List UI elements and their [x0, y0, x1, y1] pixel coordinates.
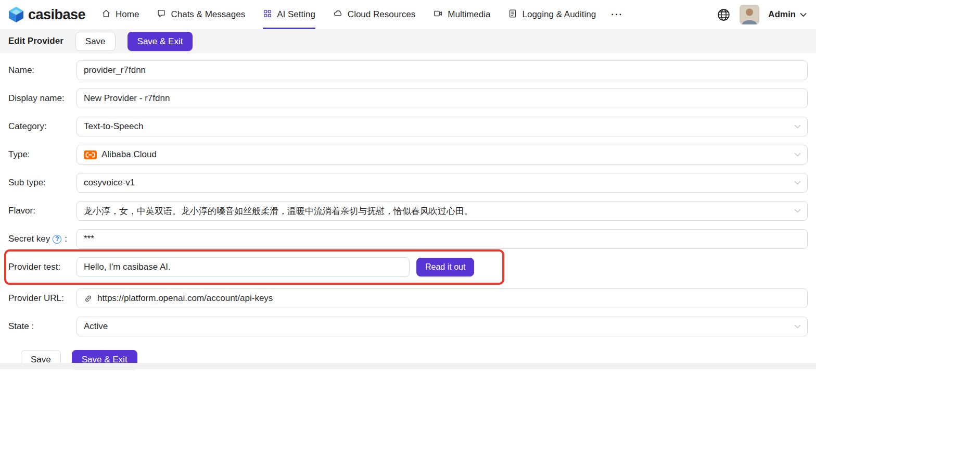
category-selected-value: Text-to-Speech — [84, 121, 143, 132]
edit-provider-toolbar: Edit Provider Save Save & Exit — [0, 29, 816, 53]
form-row-provider-url: Provider URL: https://platform.openai.co… — [8, 288, 808, 308]
brand-name: casibase — [28, 7, 85, 23]
header-right-cluster: Admin — [717, 5, 807, 24]
state-label: State : — [8, 321, 77, 332]
provider-form: Name: Display name: Category: Text-to-Sp… — [0, 53, 816, 336]
sub-type-label: Sub type: — [8, 178, 77, 188]
nav-label: Multimedia — [448, 9, 490, 20]
form-row-display-name: Display name: — [8, 89, 808, 108]
form-row-sub-type: Sub type: cosyvoice-v1 — [8, 173, 808, 193]
name-label: Name: — [8, 65, 77, 76]
provider-test-label: Provider test: — [8, 262, 77, 272]
form-row-provider-test: Provider test: Read it out — [8, 257, 808, 277]
chat-bubble-icon — [157, 9, 166, 21]
main-nav: Home Chats & Messages AI Setting — [93, 0, 629, 29]
save-and-exit-button[interactable]: Save & Exit — [128, 32, 193, 51]
display-name-label: Display name: — [8, 93, 77, 104]
read-it-out-button[interactable]: Read it out — [416, 258, 474, 276]
top-navbar: casibase Home Chats & Messages — [0, 0, 816, 29]
nav-label: Cloud Resources — [348, 9, 415, 20]
sub-type-select[interactable]: cosyvoice-v1 — [77, 173, 808, 193]
flavor-select[interactable]: 龙小淳，女，中英双语。龙小淳的嗓音如丝般柔滑，温暖中流淌着亲切与抚慰，恰似春风吹… — [77, 201, 808, 221]
nav-item-ai-setting[interactable]: AI Setting — [254, 0, 324, 29]
bottom-edge-strip — [0, 363, 816, 369]
type-selected-value: Alibaba Cloud — [101, 149, 157, 160]
cloud-icon — [333, 9, 343, 21]
form-row-category: Category: Text-to-Speech — [8, 117, 808, 136]
brand-logo[interactable]: casibase — [7, 6, 85, 23]
secret-key-label: Secret key ? : — [8, 234, 77, 244]
chevron-down-icon — [800, 12, 807, 17]
video-camera-icon — [433, 9, 443, 21]
form-row-flavor: Flavor: 龙小淳，女，中英双语。龙小淳的嗓音如丝般柔滑，温暖中流淌着亲切与… — [8, 201, 808, 221]
form-row-state: State : Active — [8, 317, 808, 336]
secret-key-label-text: Secret key — [8, 234, 50, 244]
form-row-name: Name: — [8, 60, 808, 80]
nav-label: AI Setting — [277, 9, 315, 20]
display-name-input[interactable] — [77, 89, 808, 108]
nav-item-chats-messages[interactable]: Chats & Messages — [148, 0, 254, 29]
user-name: Admin — [768, 9, 796, 20]
nav-label: Logging & Auditing — [522, 9, 596, 20]
name-input[interactable] — [77, 60, 808, 80]
app-window: casibase Home Chats & Messages — [0, 0, 816, 369]
save-button[interactable]: Save — [75, 32, 116, 51]
secret-key-input[interactable] — [77, 229, 808, 249]
alibaba-cloud-icon — [84, 150, 97, 159]
nav-item-multimedia[interactable]: Multimedia — [424, 0, 499, 29]
help-question-icon[interactable]: ? — [53, 235, 61, 244]
state-select[interactable]: Active — [77, 317, 808, 336]
nav-item-cloud-resources[interactable]: Cloud Resources — [324, 0, 424, 29]
avatar[interactable] — [740, 5, 759, 24]
sub-type-selected-value: cosyvoice-v1 — [84, 178, 135, 188]
page-title: Edit Provider — [8, 36, 63, 46]
form-row-type: Type: Alibaba Cloud — [8, 145, 808, 165]
casibase-cube-icon — [7, 6, 25, 23]
form-row-secret-key: Secret key ? : — [8, 229, 808, 249]
secret-key-colon: : — [65, 234, 67, 244]
provider-url-field[interactable]: https://platform.openai.com/account/api-… — [77, 288, 808, 308]
home-icon — [101, 9, 111, 21]
nav-item-logging-auditing[interactable]: Logging & Auditing — [499, 0, 605, 29]
audit-log-icon — [508, 9, 517, 21]
category-label: Category: — [8, 121, 77, 132]
flavor-label: Flavor: — [8, 206, 77, 216]
provider-url-link[interactable]: https://platform.openai.com/account/api-… — [97, 293, 273, 304]
provider-url-label: Provider URL: — [8, 293, 77, 304]
nav-overflow-ellipsis[interactable]: ··· — [605, 0, 629, 29]
grid-icon — [263, 9, 272, 21]
state-selected-value: Active — [84, 321, 108, 332]
category-select[interactable]: Text-to-Speech — [77, 117, 808, 136]
type-label: Type: — [8, 149, 77, 160]
type-select[interactable]: Alibaba Cloud — [77, 145, 808, 165]
user-menu[interactable]: Admin — [768, 9, 807, 20]
flavor-selected-value: 龙小淳，女，中英双语。龙小淳的嗓音如丝般柔滑，温暖中流淌着亲切与抚慰，恰似春风吹… — [84, 205, 473, 217]
provider-test-input[interactable] — [77, 257, 410, 277]
nav-item-home[interactable]: Home — [93, 0, 148, 29]
ellipsis-icon: ··· — [611, 9, 623, 20]
nav-label: Chats & Messages — [171, 9, 245, 20]
link-icon — [84, 294, 93, 303]
language-globe-icon[interactable] — [717, 8, 731, 22]
nav-label: Home — [116, 9, 139, 20]
